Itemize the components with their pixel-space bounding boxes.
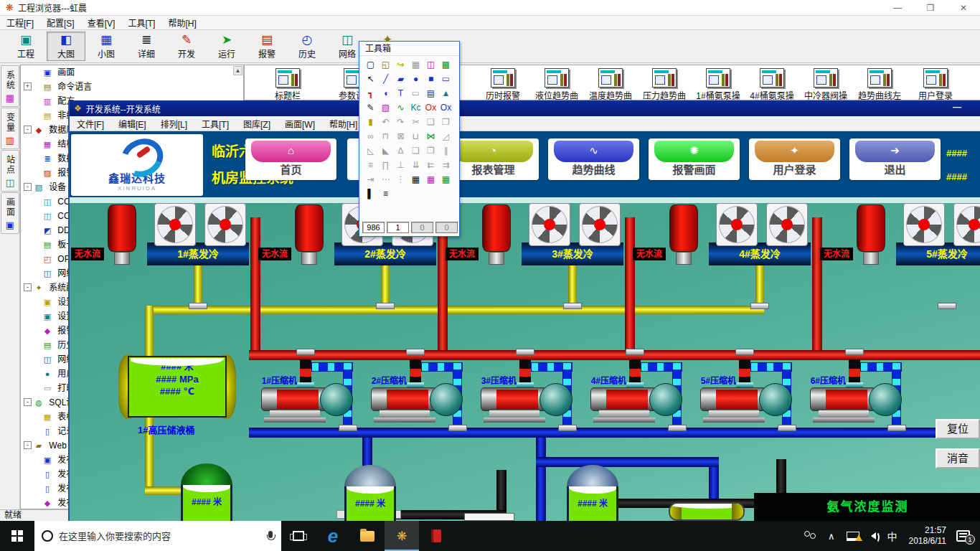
toolbox-tool-icon[interactable]: ⋈ (424, 130, 438, 143)
toolbox-tool-icon[interactable]: ⊥ (394, 159, 407, 171)
toolbox-tool-icon[interactable]: ▭ (409, 87, 423, 100)
microphone-icon[interactable] (267, 531, 274, 542)
minimize-icon[interactable]: — (881, 0, 914, 16)
valve[interactable] (629, 359, 641, 385)
toolbox-tool-icon[interactable]: Ox (439, 101, 453, 114)
side-tab[interactable]: 系统 ▦ (1, 65, 19, 107)
toolbox-tool-icon[interactable]: ∆ (394, 144, 407, 157)
valve[interactable] (410, 359, 421, 385)
toolbox-tool-icon[interactable]: ◣ (379, 144, 392, 157)
valve[interactable] (739, 359, 750, 385)
menu-item[interactable]: 工具[T] (121, 17, 161, 29)
scroll-up-icon[interactable]: ▲ (233, 66, 242, 75)
compressor-label[interactable]: 5#压缩机 (660, 374, 736, 386)
toolbox-tool-icon[interactable]: ▲ (439, 87, 453, 100)
toolbar-button[interactable]: ✎ 开发 (167, 32, 206, 61)
tree-expander-icon[interactable]: - (24, 183, 32, 191)
toolbox-tool-icon[interactable]: ↖ (364, 72, 377, 85)
file-explorer-icon[interactable] (350, 521, 385, 551)
toolbox-tool-icon[interactable]: ✂ (409, 116, 423, 128)
toolbox-tool-icon[interactable]: ∏ (379, 159, 392, 171)
toolbox-number-field[interactable]: 0 (435, 222, 458, 233)
tree-expander-icon[interactable]: + (24, 83, 32, 90)
toolbar-button[interactable]: ◧ 大图 (47, 32, 85, 61)
toolbox-number-field[interactable]: 986 (362, 222, 385, 233)
toolbox-tool-icon[interactable]: ◖ (379, 87, 392, 100)
chevron-up-icon[interactable]: ∧ (822, 531, 841, 542)
toolbox-tool-icon[interactable]: ◺ (364, 144, 377, 157)
dev-menu-item[interactable]: 文件[F] (70, 118, 111, 130)
dev-minimize-icon[interactable]: — (953, 102, 961, 112)
tree-item[interactable]: + ▤ 命令语言 (21, 80, 243, 94)
toolbox-tool-icon[interactable]: ⇊ (409, 159, 423, 171)
toolbox-tool-icon[interactable]: ▦ (409, 173, 423, 186)
toolbox-number-field[interactable]: 0 (411, 222, 433, 233)
tree-expander-icon[interactable]: - (24, 283, 32, 291)
toolbox-tool-icon[interactable]: ↷ (394, 116, 407, 128)
toolbox-tool-icon[interactable]: ▧ (379, 101, 392, 114)
start-button[interactable] (0, 521, 34, 551)
toolbox-number-field[interactable]: 1 (387, 222, 409, 233)
reset-button[interactable]: 复位 (936, 419, 980, 439)
toolbox-tool-icon[interactable]: ⋮ (394, 173, 407, 186)
toolbox-tool-icon[interactable]: ❐ (424, 144, 438, 157)
tree-expander-icon[interactable]: - (24, 126, 32, 133)
nav-button[interactable]: ✺ 报警画面 (649, 138, 740, 180)
toolbox-tool-icon[interactable]: ▌ (364, 187, 377, 200)
toolbox-tool-icon[interactable]: ⇉ (439, 159, 453, 171)
toolbox-tool-icon[interactable]: ≡ (379, 187, 392, 200)
tree-item[interactable]: ▣ 画面 (21, 65, 243, 80)
nav-button[interactable]: ➔ 退出 (849, 138, 941, 180)
toolbox-tool-icon[interactable]: ⇇ (424, 159, 438, 171)
toolbox-tool-icon[interactable]: ⇥ (364, 173, 377, 186)
screen-icon[interactable]: 趋势曲线左 (847, 68, 912, 100)
taskbar-clock[interactable]: 21:57 2018/6/11 (903, 525, 953, 547)
people-icon[interactable] (798, 531, 822, 541)
search-input[interactable] (59, 531, 261, 542)
toolbox-tool-icon[interactable]: ▩ (439, 58, 453, 71)
dev-menu-item[interactable]: 工具[T] (194, 118, 236, 130)
edge-icon[interactable]: e (316, 521, 350, 551)
toolbar-button[interactable]: ▦ 小图 (87, 32, 126, 61)
scada-app-icon[interactable]: ❋ (385, 521, 419, 551)
dev-menu-item[interactable]: 编辑[E] (111, 118, 154, 130)
toolbox-tool-icon[interactable]: ▮ (364, 116, 377, 128)
toolbar-button[interactable]: ▤ 报警 (248, 32, 286, 61)
side-tab[interactable]: 站点 ◫ (1, 150, 19, 192)
toolbar-button[interactable]: ◴ 历史 (288, 32, 326, 61)
toolbox-tool-icon[interactable]: ❏ (424, 116, 438, 128)
menu-item[interactable]: 配置[S] (40, 17, 81, 29)
network-icon[interactable] (841, 532, 865, 541)
toolbox-tool-icon[interactable]: Ox (424, 101, 438, 114)
toolbox-tool-icon[interactable]: ◿ (439, 130, 453, 143)
toolbox-tool-icon[interactable]: ✎ (364, 101, 377, 114)
valve[interactable] (519, 359, 531, 385)
toolbox-tool-icon[interactable]: ┓ (364, 87, 377, 100)
toolbox-tool-icon[interactable]: ∞ (364, 130, 377, 143)
task-view-icon[interactable] (281, 521, 316, 551)
tree-expander-icon[interactable]: - (24, 441, 32, 449)
toolbox-tool-icon[interactable]: ⊔ (409, 130, 423, 143)
toolbox-tool-icon[interactable]: ⊓ (379, 130, 392, 143)
toolbox-tool-icon[interactable]: ▰ (394, 72, 407, 85)
speaker-icon[interactable] (865, 532, 882, 540)
nav-button[interactable]: ⌂ 首页 (245, 138, 336, 180)
toolbox-tool-icon[interactable]: T (394, 87, 407, 100)
menu-item[interactable]: 查看[V] (81, 17, 122, 29)
toolbox-tool-icon[interactable]: ▦ (409, 58, 423, 71)
side-tab[interactable]: 变量 ▥ (1, 108, 19, 149)
toolbox-tool-icon[interactable]: ▭ (439, 72, 453, 85)
tree-expander-icon[interactable]: - (24, 398, 32, 406)
dev-menu-item[interactable]: 画面[W] (278, 118, 322, 130)
dev-menu-item[interactable]: 图库[Z] (236, 118, 278, 130)
nav-button[interactable]: ∿ 趋势曲线 (548, 138, 639, 180)
toolbar-button[interactable]: ≣ 详细 (127, 32, 166, 61)
menu-item[interactable]: 帮助[H] (161, 17, 202, 29)
toolbox-tool-icon[interactable]: ▢ (364, 58, 377, 71)
compressor-label[interactable]: 2#压缩机 (331, 374, 407, 386)
nav-button[interactable]: ◔ 报表管理 (448, 138, 539, 180)
toolbox-tool-icon[interactable]: ▤ (424, 87, 438, 100)
valve[interactable] (849, 359, 860, 385)
screen-icon[interactable]: 标题栏 (255, 68, 320, 100)
mute-button[interactable]: 消音 (936, 448, 980, 468)
